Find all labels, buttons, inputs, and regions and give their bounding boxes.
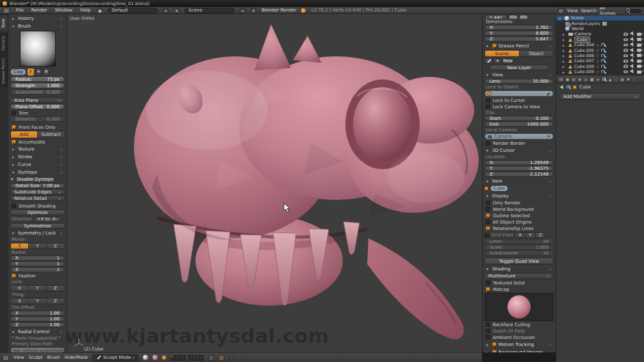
tab-modifiers-wrench-icon[interactable] xyxy=(602,76,607,82)
tiling-z-button[interactable]: Z xyxy=(47,299,64,304)
lock-camera-checkbox[interactable]: Lock Camera to View xyxy=(484,104,554,110)
grid-z-button[interactable]: Z xyxy=(536,233,545,238)
accumulate-checkbox[interactable]: Accumulate xyxy=(10,139,65,145)
radial-x-field[interactable]: X1 xyxy=(10,256,65,261)
tab-options[interactable]: Options xyxy=(0,33,8,54)
clip-end-field[interactable]: End:1000.000 xyxy=(484,122,554,127)
feather-checkbox[interactable]: Feather xyxy=(10,273,65,279)
disable-dyntopo-button[interactable]: Disable Dyntopo xyxy=(16,177,54,183)
lock-object-field[interactable] xyxy=(484,90,554,97)
panel-curve[interactable]: ▸Curve≡ xyxy=(10,161,65,168)
area-plane-dropdown[interactable]: Area Plane▾ xyxy=(10,97,65,103)
toggle-quad-view-button[interactable]: Toggle Quad View xyxy=(484,258,554,265)
all-origins-checkbox[interactable]: All Object Origins xyxy=(484,219,554,225)
visibility-toggle-icon[interactable] xyxy=(623,70,628,74)
fake-user-button[interactable]: F xyxy=(28,69,34,76)
panel-brush[interactable]: ▾Brush≡ xyxy=(10,22,65,29)
tile-offset-y-field[interactable]: Y1.00 xyxy=(10,317,65,322)
brush-name-field[interactable]: Clay xyxy=(10,69,26,76)
dim-x-field[interactable]: X:2.782 xyxy=(484,25,554,30)
checkbox-checked-icon[interactable] xyxy=(492,44,497,48)
visibility-toggle-icon[interactable] xyxy=(623,33,628,36)
matcap-preview[interactable] xyxy=(484,293,554,321)
add-button[interactable]: Add xyxy=(11,131,38,138)
tab-world-icon[interactable]: ◍ xyxy=(583,76,588,82)
selectability-toggle-icon[interactable] xyxy=(630,42,635,47)
grid-y-button[interactable]: Y xyxy=(525,233,536,238)
screen-layout-field[interactable]: Default xyxy=(108,8,158,13)
renderability-toggle-icon[interactable] xyxy=(637,33,641,36)
clip-start-field[interactable]: Start:0.100 xyxy=(484,116,554,121)
dim-y-field[interactable]: Y:8.600 xyxy=(484,31,554,36)
detail-size-field[interactable]: Detail Size:7.00 px xyxy=(10,183,65,188)
tab-particles-icon[interactable]: ✱ xyxy=(626,76,631,82)
selectability-toggle-icon[interactable] xyxy=(630,47,635,53)
backface-culling-checkbox[interactable]: Backface Culling xyxy=(484,322,554,327)
layers-widget[interactable] xyxy=(170,355,204,361)
front-faces-checkbox[interactable]: Front Faces Only xyxy=(10,124,65,130)
viewport-3d[interactable]: User Ortho www.kjartantysdal.com (2) Cub… xyxy=(67,14,482,352)
outliner-scope-dropdown[interactable]: All Scenes xyxy=(600,7,621,16)
cursor-z-field[interactable]: Z:2.12148 xyxy=(484,172,554,177)
mode-dropdown[interactable]: Sculpt Mode ▾ xyxy=(92,354,138,361)
outliner-row-renderlayers[interactable]: RenderLayers xyxy=(556,21,644,26)
properties-editor-icon[interactable] xyxy=(558,77,564,82)
mirror-y-button[interactable]: Y xyxy=(29,243,47,249)
shading-mode-dropdown[interactable]: Multitexture▾ xyxy=(484,273,554,279)
gp-object-button[interactable]: Object xyxy=(520,51,554,56)
scene-add-button[interactable]: + xyxy=(240,8,245,13)
renderability-toggle-icon[interactable] xyxy=(637,38,641,41)
layout-add-button[interactable]: + xyxy=(163,8,169,13)
tab-constraints-icon[interactable]: ◈ xyxy=(595,76,600,82)
renderability-toggle-icon[interactable] xyxy=(637,44,641,47)
menu-view[interactable]: View xyxy=(13,355,24,360)
view3d-editor-icon[interactable] xyxy=(3,355,9,361)
snap-element-icon[interactable] xyxy=(208,355,214,361)
subtract-button[interactable]: Subtract xyxy=(38,131,64,138)
tab-texture-icon[interactable]: ▦ xyxy=(620,76,625,82)
panel-view[interactable]: ▾View≡ xyxy=(484,71,554,78)
optimize-button[interactable]: Optimize xyxy=(10,210,65,215)
renderability-toggle-icon[interactable] xyxy=(637,54,641,57)
plane-offset-slider[interactable]: Plane Offset:0.000 xyxy=(10,104,65,110)
eyedropper-icon[interactable] xyxy=(546,92,550,96)
outliner-row-cube007[interactable]: ▸Cube.007▽ xyxy=(556,58,644,63)
autosmooth-slider[interactable]: Autosmooth:0.000 xyxy=(10,89,65,95)
info-editor-icon[interactable] xyxy=(3,8,10,13)
visibility-toggle-icon[interactable] xyxy=(623,49,628,52)
outliner-search-input[interactable] xyxy=(624,8,642,14)
panel-background-images[interactable]: ▸Background Images≡ xyxy=(484,349,554,352)
only-render-checkbox[interactable]: Only Render xyxy=(484,200,554,206)
panel-symmetry-lock[interactable]: ▾Symmetry / Lock≡ xyxy=(10,229,65,236)
grid-floor-checkbox[interactable] xyxy=(484,233,489,238)
panel-stroke[interactable]: ▸Stroke≡ xyxy=(10,153,65,160)
selectability-toggle-icon[interactable] xyxy=(630,31,635,37)
matcap-shading-icon[interactable] xyxy=(153,355,158,360)
outliner-row-camera[interactable]: ▸Camera xyxy=(556,31,644,37)
visibility-toggle-icon[interactable] xyxy=(623,38,628,42)
tab-grease-pencil[interactable]: Grease Pencil xyxy=(0,55,8,88)
selectability-toggle-icon[interactable] xyxy=(630,58,635,63)
brush-add-button[interactable]: + xyxy=(35,69,42,76)
primary-data-path-field[interactable]: tool_settings.sculpt.brush.size xyxy=(10,347,65,352)
add-modifier-dropdown[interactable]: Add Modifier▾ xyxy=(559,93,641,100)
brush-unlink-button[interactable]: ✕ xyxy=(43,69,49,76)
render-border-checkbox[interactable]: Render Border xyxy=(484,140,554,146)
lock-x-button[interactable]: X xyxy=(11,286,29,291)
tab-render-layers-icon[interactable]: ▤ xyxy=(571,76,576,82)
outliner-row-scene[interactable]: ▾Scene xyxy=(556,15,644,21)
tab-tools[interactable]: Tools xyxy=(0,15,8,31)
gp-draw-icon[interactable] xyxy=(484,58,493,64)
outliner-row-cube006[interactable]: ▸Cube.006▽ xyxy=(556,53,644,58)
panel-dyntopo[interactable]: ▾Dyntopo≡ xyxy=(10,169,65,176)
opengl-render-icon[interactable] xyxy=(229,355,235,361)
grid-x-button[interactable]: X xyxy=(515,233,525,238)
outline-selected-checkbox[interactable]: Outline Selected xyxy=(484,213,554,218)
tab-object-icon[interactable]: ■ xyxy=(590,76,595,82)
menu-hide-mask[interactable]: Hide/Mask xyxy=(65,355,88,360)
selectability-toggle-icon[interactable] xyxy=(630,69,635,74)
strength-slider[interactable]: Strength:1.000 xyxy=(10,83,65,88)
cursor-y-field[interactable]: Y:-1.96375 xyxy=(484,166,554,171)
layout-browse-icon[interactable]: ▦ xyxy=(97,8,103,13)
tiling-x-button[interactable]: X xyxy=(11,299,29,304)
